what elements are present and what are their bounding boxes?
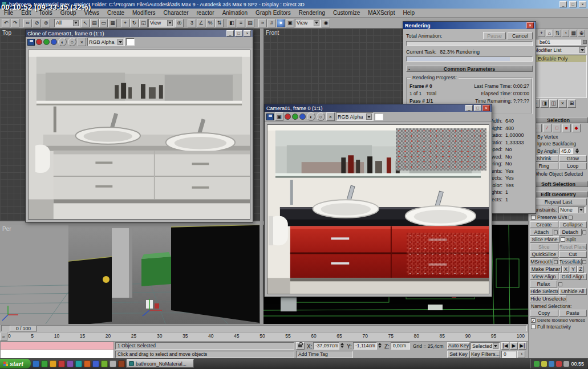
time-slider-handle[interactable]: 0 / 100 (10, 326, 37, 331)
render-window-camera01[interactable]: Camera01, frame 0 (1:1) _ □ × ▣ ◐ ○ × RG… (264, 104, 492, 297)
select-and-move-icon[interactable]: + (121, 19, 129, 27)
schematic-view-icon[interactable]: # (267, 19, 276, 27)
menu-customize[interactable]: Customize (329, 10, 364, 16)
utilities-tab[interactable]: ⊕ (578, 30, 585, 37)
select-and-scale-icon[interactable]: ◱ (139, 19, 148, 27)
modifier-list-dropdown[interactable]: Modifier List (530, 46, 587, 54)
red-channel-icon[interactable] (36, 39, 42, 45)
dropdown-arrow-icon[interactable] (493, 343, 498, 349)
menu-modifiers[interactable]: Modifiers (128, 10, 160, 16)
menu-maxscript[interactable]: MAXScript (364, 10, 399, 16)
modifier-stack[interactable]: Editable Poly (530, 55, 587, 98)
attach-settings-icon[interactable] (554, 230, 558, 234)
menu-graph-editors[interactable]: Graph Editors (252, 10, 295, 16)
bind-to-space-warp-icon[interactable]: ⊚ (42, 19, 50, 27)
alpha-channel-icon[interactable]: ◐ (307, 112, 315, 121)
goto-end-icon[interactable]: ▶| (518, 342, 526, 350)
y-spinner[interactable] (378, 343, 382, 348)
channel-display-dropdown[interactable]: RGB Alpha (336, 112, 374, 121)
x-coord-field[interactable]: -37,097cm (313, 342, 339, 350)
add-time-tag-field[interactable]: Add Time Tag (296, 351, 353, 358)
time-configuration-icon[interactable]: ◔ (517, 351, 525, 358)
menu-rendering[interactable]: Rendering (295, 10, 329, 16)
time-slider-track[interactable]: 0 / 100 (1, 325, 527, 331)
unhide-all-button[interactable]: Unhide All (559, 288, 587, 295)
curve-editor-icon[interactable]: ≈ (258, 19, 267, 27)
track-bar[interactable]: ≈ 0 5 10 15 20 25 30 35 40 45 50 55 60 6… (0, 332, 528, 341)
hide-unselected-button[interactable]: Hide Unselected (530, 295, 566, 302)
clear-icon[interactable]: × (78, 38, 86, 46)
viewport-front-label[interactable]: Front (266, 30, 279, 36)
quick-launch-icon[interactable] (84, 360, 91, 367)
angle-snap-icon[interactable]: ∠ (197, 19, 205, 27)
render-window-clone-titlebar[interactable]: Clone of Camera01, frame 0 (1:1) _ □ × (26, 30, 253, 37)
minimize-button[interactable]: _ (226, 30, 234, 37)
clear-icon[interactable]: × (326, 112, 335, 121)
tray-icon[interactable] (534, 361, 540, 367)
dropdown-arrow-icon[interactable] (578, 207, 584, 213)
start-button[interactable]: start (0, 359, 31, 368)
menu-character[interactable]: Character (160, 10, 193, 16)
edge-subobject-icon[interactable]: ∕ (543, 124, 551, 132)
select-by-name-icon[interactable]: ▤ (90, 19, 99, 27)
material-editor-icon[interactable]: ● (277, 19, 285, 27)
remove-modifier-icon[interactable]: × (558, 99, 567, 108)
constraints-dropdown[interactable]: None (558, 206, 586, 213)
delete-isolated-vertices-checkbox[interactable]: ✓ (531, 318, 536, 323)
angle-value-field[interactable]: 45,0 (559, 148, 573, 154)
quick-launch-icon[interactable] (41, 360, 48, 367)
percent-snap-icon[interactable]: % (206, 19, 214, 27)
use-pivot-center-icon[interactable]: ◎ (175, 19, 184, 27)
mini-curve-editor-icon[interactable]: ≈ (0, 332, 7, 341)
rollout-collapse-icon[interactable]: - (408, 66, 410, 72)
grow-button[interactable]: Grow (559, 155, 587, 162)
window-minimize-button[interactable]: _ (559, 1, 567, 7)
background-color-swatch[interactable] (126, 38, 135, 46)
make-planar-y-button[interactable]: Y (570, 266, 577, 273)
make-planar-x-button[interactable]: X (562, 266, 569, 273)
viewport-top-label[interactable]: Top (2, 30, 11, 36)
make-unique-icon[interactable]: ◫ (549, 99, 558, 108)
viewport-vertical-splitter[interactable] (260, 29, 263, 324)
configure-modifier-sets-icon[interactable]: ⊞ (567, 99, 576, 108)
render-setup-icon[interactable]: ▣ (286, 19, 294, 27)
quick-launch-icon[interactable] (110, 360, 116, 367)
undo-icon[interactable]: ↶ (2, 19, 10, 27)
select-and-link-icon[interactable]: ∞ (23, 19, 32, 27)
alpha-channel-icon[interactable]: ◐ (58, 38, 67, 46)
create-tab[interactable]: + (538, 30, 545, 37)
close-button[interactable]: × (526, 22, 534, 29)
show-end-result-icon[interactable]: ◨ (540, 99, 549, 108)
preserve-uvs-settings-icon[interactable] (569, 216, 573, 220)
select-object-icon[interactable]: ↖ (81, 19, 90, 27)
tessellate-button[interactable]: Tessellate (559, 258, 582, 265)
element-subobject-icon[interactable]: ◆ (572, 124, 581, 132)
quick-render-icon[interactable]: ◉ (322, 19, 330, 27)
window-maximize-button[interactable]: □ (569, 1, 577, 7)
mirror-icon[interactable]: ◧ (228, 19, 236, 27)
z-coord-field[interactable]: 0,0cm (391, 342, 410, 350)
object-color-swatch[interactable] (583, 40, 587, 44)
modify-tab[interactable]: ⌂ (546, 30, 553, 37)
window-crossing-icon[interactable]: ▦ (108, 19, 117, 27)
cut-button[interactable]: Cut (559, 251, 587, 258)
detach-settings-icon[interactable] (582, 230, 586, 234)
hierarchy-tab[interactable]: ⇅ (554, 30, 561, 37)
display-tab[interactable]: ▦ (570, 30, 577, 37)
monochrome-icon[interactable]: ○ (317, 112, 325, 121)
save-bitmap-icon[interactable] (266, 113, 274, 120)
menu-create[interactable]: Create (103, 10, 128, 16)
angle-spinner[interactable] (575, 148, 579, 153)
dropdown-arrow-icon[interactable] (167, 20, 173, 26)
unlink-selection-icon[interactable]: ⊘ (33, 19, 41, 27)
common-parameters-rollout[interactable]: - Common Parameters (406, 66, 533, 72)
border-subobject-icon[interactable]: □ (553, 124, 561, 132)
close-button[interactable]: × (244, 30, 251, 37)
taskbar-task-button[interactable]: bathroom_NoMaterial... (127, 359, 194, 368)
quick-launch-icon[interactable] (75, 360, 82, 367)
tray-icon[interactable] (541, 361, 547, 367)
maximize-button[interactable]: □ (235, 30, 242, 37)
rendering-dialog-titlebar[interactable]: Rendering × (403, 22, 536, 29)
make-planar-z-button[interactable]: Z (577, 266, 584, 273)
red-channel-icon[interactable] (285, 113, 291, 120)
